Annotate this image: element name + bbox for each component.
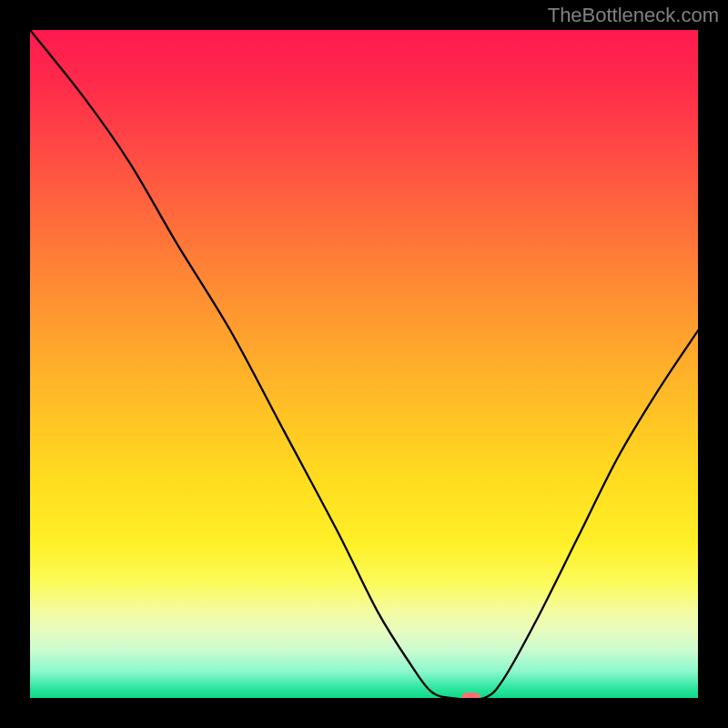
optimal-marker <box>461 693 480 698</box>
plot-area <box>30 30 698 698</box>
attribution-label: TheBottleneck.com <box>548 4 719 27</box>
bottleneck-curve <box>30 30 698 698</box>
curve-layer <box>30 30 698 698</box>
chart-container: TheBottleneck.com <box>0 0 728 728</box>
